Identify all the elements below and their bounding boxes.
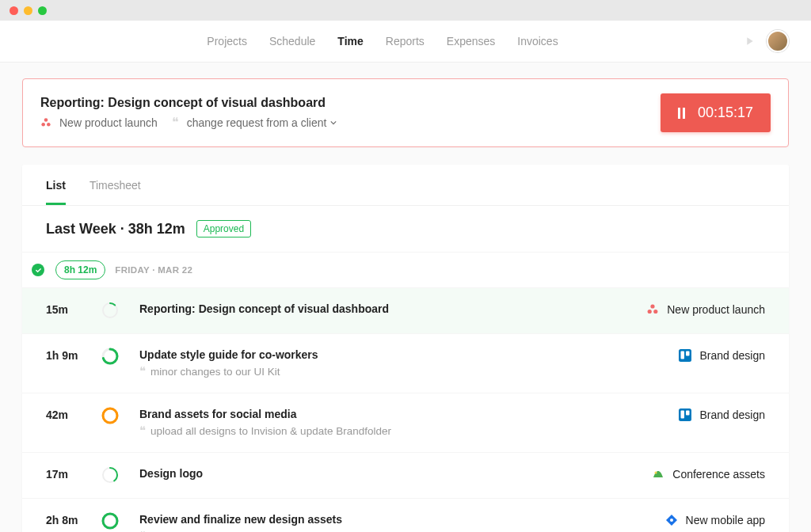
entry-duration: 15m — [46, 302, 101, 316]
time-entry-row[interactable]: 42mBrand assets for social media❝upload … — [22, 393, 789, 452]
time-entry-row[interactable]: 15mReporting: Design concept of visual d… — [22, 287, 789, 333]
svg-rect-11 — [681, 352, 685, 359]
svg-point-7 — [653, 310, 657, 314]
time-entry-row[interactable]: 2h 8mReview and finalize new design asse… — [22, 498, 789, 532]
entry-duration: 17m — [46, 467, 101, 481]
play-icon[interactable] — [743, 35, 756, 48]
nav-item-schedule[interactable]: Schedule — [269, 35, 315, 48]
timer-elapsed: 00:15:17 — [698, 104, 753, 121]
entry-title: Review and finalize new design assets — [139, 513, 665, 526]
timer-note-dropdown[interactable]: change request from a client — [187, 116, 337, 129]
minimize-window-button[interactable] — [24, 6, 32, 15]
entries-panel: List Timesheet Last Week · 38h 12m Appro… — [22, 165, 789, 532]
svg-rect-16 — [681, 411, 685, 419]
window-title-bar — [0, 0, 811, 21]
svg-point-0 — [44, 118, 48, 122]
time-entry-row[interactable]: 17mDesign logoConference assets — [22, 452, 789, 498]
entry-project-name: Brand design — [699, 349, 765, 362]
svg-point-14 — [103, 408, 117, 423]
svg-rect-17 — [686, 411, 690, 416]
basecamp-icon — [652, 468, 664, 481]
check-circle-icon — [32, 264, 44, 276]
entry-note: minor changes to our UI Kit — [150, 366, 280, 378]
quote-icon: ❝ — [172, 115, 179, 130]
chevron-down-icon — [330, 120, 337, 126]
trello-icon — [679, 349, 691, 362]
entry-title: Design logo — [139, 467, 652, 480]
tab-list[interactable]: List — [46, 179, 66, 205]
nav-item-projects[interactable]: Projects — [207, 35, 247, 48]
entry-title: Reporting: Design concept of visual dash… — [139, 302, 646, 315]
nav-item-time[interactable]: Time — [337, 35, 363, 48]
svg-point-5 — [651, 304, 655, 308]
entry-duration: 1h 9m — [46, 348, 101, 362]
close-window-button[interactable] — [10, 6, 18, 15]
svg-point-20 — [655, 472, 657, 474]
progress-ring-icon — [101, 466, 119, 484]
day-header: 8h 12m FRIDAY · MAR 22 — [22, 252, 789, 287]
svg-point-6 — [648, 310, 652, 314]
quote-icon: ❝ — [139, 529, 146, 532]
nav-item-reports[interactable]: Reports — [386, 35, 425, 48]
active-timer-card: Reporting: Design concept of visual dash… — [22, 78, 789, 147]
svg-point-1 — [41, 122, 45, 126]
entry-title: Update style guide for co-workers — [139, 348, 679, 361]
entry-project-name: New mobile app — [686, 514, 765, 526]
diamond-icon — [665, 514, 678, 526]
approved-badge: Approved — [196, 220, 251, 238]
progress-ring-icon — [101, 348, 119, 365]
entry-note: upload all designs to Invision & update … — [150, 425, 391, 437]
svg-rect-15 — [679, 408, 691, 421]
entry-duration: 2h 8m — [46, 513, 101, 526]
pause-timer-button[interactable]: 00:15:17 — [661, 93, 771, 132]
timer-task-title: Reporting: Design concept of visual dash… — [40, 96, 337, 110]
svg-point-22 — [103, 514, 117, 528]
quote-icon: ❝ — [139, 364, 146, 378]
quote-icon: ❝ — [139, 424, 146, 438]
top-nav: ProjectsScheduleTimeReportsExpensesInvoi… — [0, 21, 811, 63]
time-entry-row[interactable]: 1h 9mUpdate style guide for co-workers❝m… — [22, 333, 789, 393]
pause-icon — [678, 108, 685, 119]
entry-project-name: New product launch — [667, 303, 765, 316]
entry-title: Brand assets for social media — [139, 408, 679, 420]
maximize-window-button[interactable] — [38, 6, 47, 15]
progress-ring-icon — [101, 302, 119, 319]
nav-item-invoices[interactable]: Invoices — [517, 35, 558, 48]
day-date-label: FRIDAY · MAR 22 — [115, 265, 192, 275]
svg-rect-12 — [686, 352, 690, 356]
entry-duration: 42m — [46, 408, 101, 421]
nav-item-expenses[interactable]: Expenses — [447, 35, 495, 48]
tab-timesheet[interactable]: Timesheet — [89, 179, 141, 205]
asana-icon — [646, 303, 659, 316]
day-duration-badge: 8h 12m — [55, 260, 105, 279]
progress-ring-icon — [101, 512, 119, 530]
progress-ring-icon — [101, 407, 119, 424]
timer-project-label: New product launch — [59, 116, 158, 129]
entry-project-name: Conference assets — [672, 468, 765, 481]
svg-point-23 — [670, 519, 673, 522]
svg-point-2 — [47, 122, 51, 126]
user-avatar[interactable] — [767, 30, 789, 52]
timer-note-text: change request from a client — [187, 116, 327, 129]
svg-rect-10 — [679, 349, 691, 362]
trello-icon — [679, 408, 691, 421]
week-summary-label: Last Week · 38h 12m — [46, 221, 185, 238]
asana-icon — [40, 117, 51, 128]
entry-project-name: Brand design — [699, 408, 765, 421]
